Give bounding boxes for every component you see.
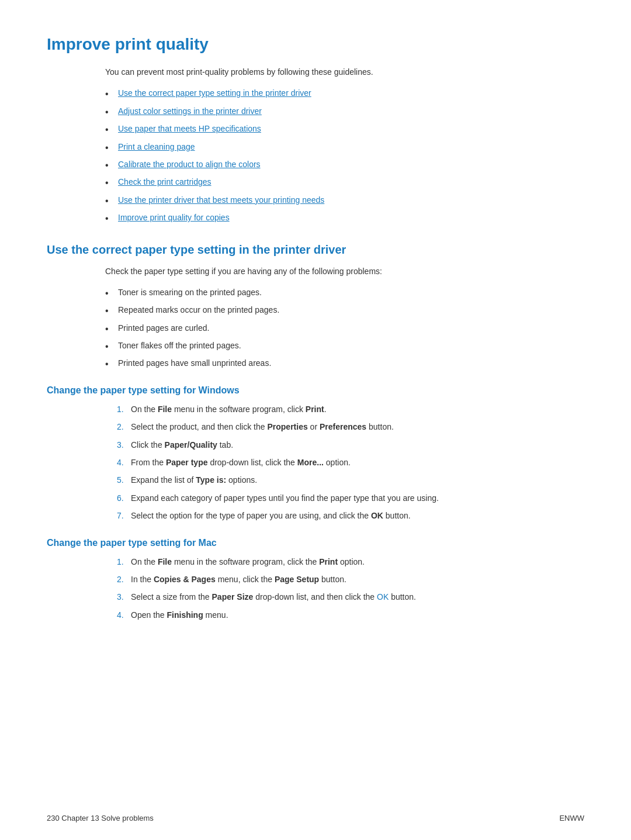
step-item: 6.Expand each category of paper types un… [117,492,584,504]
step-item: 4.From the Paper type drop-down list, cl… [117,456,584,469]
page-footer: 230 Chapter 13 Solve problems ENWW [47,814,584,822]
step-item: 1.On the File menu in the software progr… [117,403,584,416]
toc-list-item[interactable]: Adjust color settings in the printer dri… [105,105,584,117]
step-number: 7. [117,509,124,522]
step-item: 3.Click the Paper/Quality tab. [117,438,584,451]
footer-right: ENWW [559,814,584,822]
step-item: 4.Open the Finishing menu. [117,609,584,621]
step-number: 3. [117,438,124,451]
toc-list-item[interactable]: Use paper that meets HP specifications [105,122,584,135]
intro-text: You can prevent most print-quality probl… [105,65,584,78]
toc-list-item[interactable]: Use the correct paper type setting in th… [105,87,584,99]
step-item: 7.Select the option for the type of pape… [117,509,584,522]
bullet-item: Toner flakes off the printed pages. [105,339,584,352]
section1-bullets: Toner is smearing on the printed pages.R… [105,286,584,370]
toc-list: Use the correct paper type setting in th… [105,87,584,224]
step-number: 2. [117,420,124,433]
step-item: 1.On the File menu in the software progr… [117,555,584,568]
bullet-item: Printed pages are curled. [105,322,584,334]
step-item: 2.Select the product, and then click the… [117,420,584,433]
step-number: 5. [117,473,124,486]
subsection2-title: Change the paper type setting for Mac [47,538,584,548]
step-number: 6. [117,492,124,504]
toc-list-item[interactable]: Use the printer driver that best meets y… [105,193,584,206]
subsection1-steps: 1.On the File menu in the software progr… [117,403,584,523]
main-title: Improve print quality [47,35,584,54]
footer-left: 230 Chapter 13 Solve problems [47,814,154,822]
toc-list-item[interactable]: Improve print quality for copies [105,211,584,224]
step-item: 2.In the Copies & Pages menu, click the … [117,573,584,586]
toc-list-item[interactable]: Check the print cartridges [105,175,584,188]
toc-list-item[interactable]: Print a cleaning page [105,140,584,153]
step-number: 1. [117,403,124,416]
subsection1-title: Change the paper type setting for Window… [47,385,584,396]
step-number: 3. [117,590,124,603]
section1-intro: Check the paper type setting if you are … [105,265,584,278]
bullet-item: Repeated marks occur on the printed page… [105,303,584,316]
section1-title: Use the correct paper type setting in th… [47,243,584,257]
step-number: 1. [117,555,124,568]
bullet-item: Toner is smearing on the printed pages. [105,286,584,299]
step-number: 4. [117,456,124,469]
toc-list-item[interactable]: Calibrate the product to align the color… [105,158,584,171]
step-number: 2. [117,573,124,586]
ok-link: OK [377,592,389,602]
bullet-item: Printed pages have small unprinted areas… [105,357,584,369]
step-item: 3.Select a size from the Paper Size drop… [117,590,584,603]
subsection2-steps: 1.On the File menu in the software progr… [117,555,584,622]
step-item: 5.Expand the list of Type is: options. [117,473,584,486]
step-number: 4. [117,609,124,621]
page-container: Improve print quality You can prevent mo… [47,35,584,621]
